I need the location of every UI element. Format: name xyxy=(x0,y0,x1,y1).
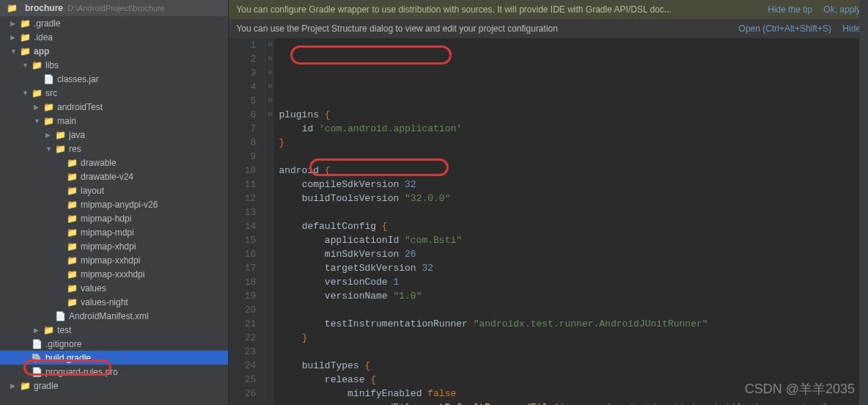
tree-label: main xyxy=(57,116,76,126)
tree-label: layout xyxy=(81,186,104,196)
open-project-structure-link[interactable]: Open (Ctrl+Alt+Shift+S) xyxy=(739,23,831,34)
tree-label: libs xyxy=(45,60,59,70)
file-icon: 📄 xyxy=(43,73,54,85)
tree-label: mipmap-anydpi-v26 xyxy=(81,200,158,210)
tree-label: drawable xyxy=(81,158,117,168)
breadcrumb-path: D:\AndroidProject\brochure xyxy=(67,4,165,12)
hide-tip-link[interactable]: Hide the tip xyxy=(768,4,812,15)
tree-item--idea[interactable]: ▶📁.idea xyxy=(0,30,228,44)
tree-item-libs[interactable]: ▼📁libs xyxy=(0,58,228,72)
tree-arrow[interactable]: ▶ xyxy=(10,20,18,27)
tree-item-mipmap-mdpi[interactable]: 📁mipmap-mdpi xyxy=(0,225,228,239)
folder-icon: 📁 xyxy=(19,18,31,29)
tree-label: classes.jar xyxy=(57,74,99,84)
folder-icon: 📁 xyxy=(66,255,78,266)
tree-item-main[interactable]: ▼📁main xyxy=(0,114,228,128)
folder-icon: 📁 xyxy=(66,171,78,183)
code-content[interactable]: plugins { id 'com.android.application'} … xyxy=(274,38,868,405)
tree-arrow[interactable]: ▶ xyxy=(10,382,18,390)
tree-label: build.gradle xyxy=(45,353,91,363)
tree-item-androidtest[interactable]: ▶📁androidTest xyxy=(0,100,228,114)
tree-label: mipmap-hdpi xyxy=(81,214,131,224)
tree-item-drawable[interactable]: 📁drawable xyxy=(0,156,228,169)
tree-item-gradle[interactable]: ▶📁gradle xyxy=(0,379,228,393)
tree-item-proguard-rules-pro[interactable]: 📄proguard-rules.pro xyxy=(0,365,228,379)
tree-item-mipmap-xxhdpi[interactable]: 📁mipmap-xxhdpi xyxy=(0,253,228,267)
tree-item-values-night[interactable]: 📁values-night xyxy=(0,295,228,309)
tree-label: mipmap-xxhdpi xyxy=(81,255,140,266)
tree-label: androidTest xyxy=(57,102,103,112)
tree-item-mipmap-xxxhdpi[interactable]: 📁mipmap-xxxhdpi xyxy=(0,267,228,281)
tree-item-values[interactable]: 📁values xyxy=(0,281,228,295)
tree-item--gradle[interactable]: ▶📁.gradle xyxy=(0,16,228,30)
folder-icon: 📁 xyxy=(43,101,54,113)
folder-icon: 📁 xyxy=(66,282,78,294)
tree-label: mipmap-mdpi xyxy=(81,227,134,238)
tree-label: src xyxy=(45,88,57,98)
tree-label: drawable-v24 xyxy=(81,172,133,182)
tree-arrow[interactable]: ▼ xyxy=(10,48,18,55)
tree-item-res[interactable]: ▼📁res xyxy=(0,142,228,156)
tree-label: values xyxy=(81,283,106,293)
editor-area: You can configure Gradle wrapper to use … xyxy=(229,0,868,405)
gradle-tip-text: You can configure Gradle wrapper to use … xyxy=(236,4,671,15)
breadcrumb[interactable]: 📁 brochure D:\AndroidProject\brochure xyxy=(0,0,228,16)
tree-label: AndroidManifest.xml xyxy=(69,311,149,321)
tree-label: .idea xyxy=(34,32,53,43)
gradle-icon: 🐘 xyxy=(31,352,43,364)
fold-gutter[interactable]: ⊟⊟⊟⊟⊟⊟ xyxy=(265,38,274,405)
tree-label: app xyxy=(34,46,49,56)
tree-arrow[interactable]: ▶ xyxy=(34,103,41,111)
folder-icon: 📁 xyxy=(66,199,78,211)
folder-icon: 📁 xyxy=(19,380,31,392)
tree-label: mipmap-xxxhdpi xyxy=(81,269,144,280)
project-tree-panel[interactable]: 📁 brochure D:\AndroidProject\brochure ▶📁… xyxy=(0,0,229,405)
annotation-circle-1 xyxy=(290,45,452,65)
code-editor[interactable]: 1234567891011121314151617181920212223242… xyxy=(229,38,868,405)
editor-scrollbar[interactable] xyxy=(859,38,868,405)
file-icon: 📄 xyxy=(31,338,43,350)
tree-label: .gitignore xyxy=(45,339,81,349)
folder-icon: 📁 xyxy=(66,185,78,197)
tree-item-mipmap-anydpi-v26[interactable]: 📁mipmap-anydpi-v26 xyxy=(0,197,228,211)
tree-label: res xyxy=(69,144,81,154)
tree-item-mipmap-hdpi[interactable]: 📁mipmap-hdpi xyxy=(0,211,228,225)
line-number-gutter: 1234567891011121314151617181920212223242… xyxy=(229,38,265,405)
xml-icon: 📄 xyxy=(54,310,66,322)
tree-label: values-night xyxy=(81,297,128,307)
folder-icon: 📁 xyxy=(54,129,66,141)
tree-item-java[interactable]: ▶📁java xyxy=(0,128,228,142)
hide-project-structure-tip-link[interactable]: Hide xyxy=(842,23,861,34)
tree-arrow[interactable]: ▼ xyxy=(22,90,29,97)
breadcrumb-project: brochure xyxy=(25,3,63,13)
tree-item--gitignore[interactable]: 📄.gitignore xyxy=(0,337,228,351)
file-icon: 📄 xyxy=(31,366,43,378)
folder-icon: 📁 xyxy=(66,269,78,280)
project-tree[interactable]: ▶📁.gradle▶📁.idea▼📁app▼📁libs📄classes.jar▼… xyxy=(0,16,228,393)
tree-arrow[interactable]: ▶ xyxy=(10,34,18,41)
tree-item-drawable-v24[interactable]: 📁drawable-v24 xyxy=(0,169,228,183)
folder-icon: 📁 xyxy=(66,296,78,308)
tree-arrow[interactable]: ▼ xyxy=(34,117,41,125)
tree-arrow[interactable]: ▶ xyxy=(34,326,41,334)
tree-item-layout[interactable]: 📁layout xyxy=(0,183,228,197)
tree-item-build-gradle[interactable]: 🐘build.gradle xyxy=(0,351,228,365)
tree-item-androidmanifest-xml[interactable]: 📄AndroidManifest.xml xyxy=(0,309,228,323)
tree-arrow[interactable]: ▼ xyxy=(45,145,53,153)
tree-item-classes-jar[interactable]: 📄classes.jar xyxy=(0,72,228,86)
tree-arrow[interactable]: ▼ xyxy=(22,62,29,69)
tree-item-src[interactable]: ▼📁src xyxy=(0,86,228,100)
tree-item-app[interactable]: ▼📁app xyxy=(0,44,228,58)
apply-tip-link[interactable]: Ok, apply xyxy=(823,4,861,15)
tree-item-mipmap-xhdpi[interactable]: 📁mipmap-xhdpi xyxy=(0,239,228,253)
gradle-tip-bar: You can configure Gradle wrapper to use … xyxy=(229,0,868,19)
folder-icon: 📁 xyxy=(66,241,78,252)
folder-icon: 📁 xyxy=(54,143,66,155)
folder-icon: 📁 xyxy=(43,324,54,336)
tree-item-test[interactable]: ▶📁test xyxy=(0,323,228,337)
tree-label: proguard-rules.pro xyxy=(45,367,118,377)
tree-label: test xyxy=(57,325,71,335)
tree-label: mipmap-xhdpi xyxy=(81,241,136,252)
tree-label: .gradle xyxy=(34,18,61,29)
tree-arrow[interactable]: ▶ xyxy=(45,131,53,139)
